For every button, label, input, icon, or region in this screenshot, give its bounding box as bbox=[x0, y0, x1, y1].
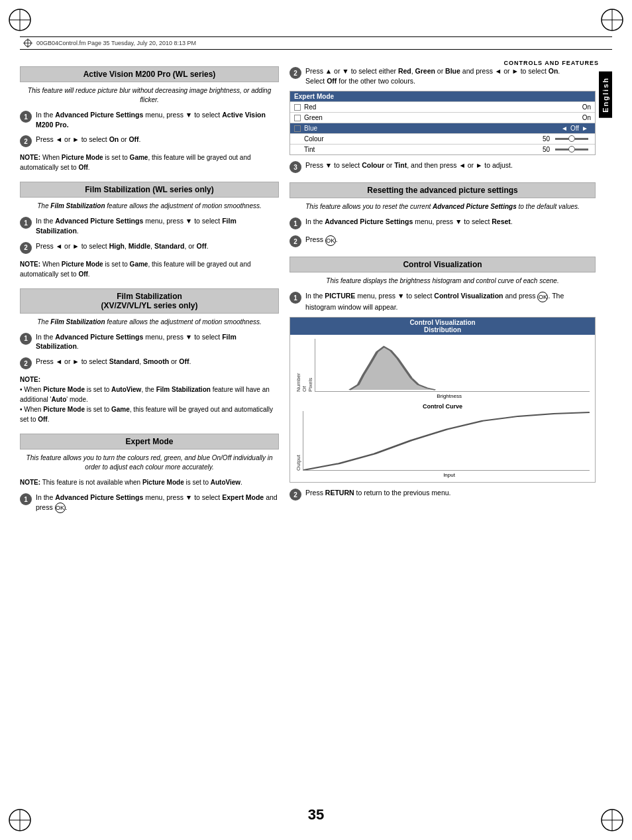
crosshair-icon bbox=[23, 38, 32, 48]
section-subtitle-film-stab-xv: The Film Stabilization feature allows th… bbox=[20, 318, 279, 327]
header-text: 00GB04Control.fm Page 35 Tuesday, July 2… bbox=[36, 40, 196, 46]
section-control-viz: Control Visualization This feature displ… bbox=[290, 257, 596, 501]
main-content: Active Vision M200 Pro (WL series) This … bbox=[20, 66, 596, 787]
expert-row-colour: Colour 50 bbox=[290, 133, 595, 144]
cv-x-label-input: Input bbox=[309, 472, 590, 478]
step-content-active-vision-1: In the Advanced Picture Settings menu, p… bbox=[36, 110, 279, 129]
expert-table-header: Expert Mode bbox=[290, 91, 595, 101]
step-content-cv-2: Press RETURN to return to the previous m… bbox=[305, 488, 596, 498]
section-title-active-vision: Active Vision M200 Pro (WL series) bbox=[20, 66, 279, 82]
cv-dist-chart: NumberOfPixels bbox=[295, 339, 590, 392]
controls-label: CONTROLS AND FEATURES bbox=[504, 60, 600, 66]
step-num-r1: 2 bbox=[290, 67, 301, 79]
step-num-5: 1 bbox=[20, 333, 32, 345]
section-title-expert-mode: Expert Mode bbox=[20, 434, 279, 450]
step-num-3: 1 bbox=[20, 217, 32, 229]
section-title-film-stab-wl: Film Stabilization (WL series only) bbox=[20, 182, 279, 198]
step-film-stab-wl-2: 2 Press ◄ or ► to select High, Middle, S… bbox=[20, 241, 279, 254]
expert-row-blue: Blue ◄ Off ► bbox=[290, 123, 595, 133]
step-reset-1: 1 In the Advanced Picture Settings menu,… bbox=[290, 217, 596, 229]
cv-curve-area bbox=[303, 411, 590, 471]
cv-histogram bbox=[315, 339, 590, 392]
step-num-1: 1 bbox=[20, 111, 32, 123]
expert-blue-value: Off bbox=[570, 125, 579, 132]
header-bar: 00GB04Control.fm Page 35 Tuesday, July 2… bbox=[20, 36, 612, 50]
step-num-r6: 2 bbox=[290, 489, 301, 501]
expert-colour-label: Colour bbox=[294, 135, 543, 143]
step-num-r3: 1 bbox=[290, 217, 301, 229]
cv-x-label-brightness: Brightness bbox=[309, 393, 590, 399]
step-content-expert-3: Press ▼ to select Colour or Tint, and th… bbox=[305, 160, 596, 170]
step-content-expert-mode-1: In the Advanced Picture Settings menu, p… bbox=[36, 493, 279, 513]
corner-decoration-tl bbox=[7, 7, 33, 33]
expert-green-value: On bbox=[582, 114, 591, 121]
step-content-film-stab-wl-1: In the Advanced Picture Settings menu, p… bbox=[36, 216, 279, 235]
section-title-control-viz: Control Visualization bbox=[290, 257, 596, 272]
section-title-reset: Resetting the advanced picture settings bbox=[290, 182, 596, 198]
section-active-vision: Active Vision M200 Pro (WL series) This … bbox=[20, 66, 279, 172]
left-column: Active Vision M200 Pro (WL series) This … bbox=[20, 66, 279, 787]
step-num-7: 1 bbox=[20, 493, 32, 505]
step-film-stab-xv-2: 2 Press ◄ or ► to select Standard, Smoot… bbox=[20, 357, 279, 369]
expert-tint-label: Tint bbox=[294, 146, 543, 153]
step-content-active-vision-2: Press ◄ or ► to select On or Off. bbox=[36, 135, 279, 145]
corner-decoration-tr bbox=[599, 7, 625, 33]
expert-colour-num: 50 bbox=[543, 135, 550, 143]
step-cv-1: 1 In the PICTURE menu, press ▼ to select… bbox=[290, 291, 596, 312]
section-subtitle-reset: This feature allows you to reset the cur… bbox=[290, 202, 596, 211]
section-title-film-stab-xv: Film Stabilization(XV/ZV/VL/YL series on… bbox=[20, 288, 279, 314]
cv-y-label-output: Output bbox=[295, 411, 301, 471]
language-sidebar: English bbox=[599, 72, 612, 118]
cv-y-label: NumberOfPixels bbox=[295, 339, 313, 392]
section-subtitle-control-viz: This feature displays the brightness his… bbox=[290, 276, 596, 286]
step-content-expert-2: Press ▲ or ▼ to select either Red, Green… bbox=[305, 66, 596, 86]
expert-row-green: Green On bbox=[290, 112, 595, 123]
step-num-2: 2 bbox=[20, 135, 32, 147]
step-content-reset-1: In the Advanced Picture Settings menu, p… bbox=[305, 217, 596, 227]
note-expert-mode: NOTE: This feature is not available when… bbox=[20, 477, 279, 487]
note-active-vision: NOTE: When Picture Mode is set to Game, … bbox=[20, 152, 279, 172]
expert-red-label: Red bbox=[304, 103, 582, 111]
corner-decoration-br bbox=[599, 807, 625, 833]
control-viz-chart: Control VisualizationDistribution Number… bbox=[290, 317, 596, 483]
expert-blue-arrow-left: ◄ bbox=[561, 125, 568, 132]
expert-tint-num: 50 bbox=[543, 146, 550, 153]
step-active-vision-2: 2 Press ◄ or ► to select On or Off. bbox=[20, 135, 279, 147]
cv-curve-chart: Output bbox=[295, 411, 590, 471]
step-active-vision-1: 1 In the Advanced Picture Settings menu,… bbox=[20, 110, 279, 129]
section-film-stab-wl: Film Stabilization (WL series only) The … bbox=[20, 182, 279, 278]
section-film-stab-xv: Film Stabilization(XV/ZV/VL/YL series on… bbox=[20, 288, 279, 424]
svg-marker-15 bbox=[350, 347, 590, 390]
note-film-stab-wl: NOTE: When Picture Mode is set to Game, … bbox=[20, 259, 279, 279]
step-expert-2: 2 Press ▲ or ▼ to select either Red, Gre… bbox=[290, 66, 596, 86]
step-content-film-stab-wl-2: Press ◄ or ► to select High, Middle, Sta… bbox=[36, 241, 279, 251]
expert-row-tint: Tint 50 bbox=[290, 144, 595, 154]
step-content-film-stab-xv-2: Press ◄ or ► to select Standard, Smooth … bbox=[36, 357, 279, 367]
step-content-cv-1: In the PICTURE menu, press ▼ to select C… bbox=[305, 291, 596, 312]
page-number: 35 bbox=[308, 806, 324, 823]
section-expert-mode: Expert Mode This feature allows you to t… bbox=[20, 434, 279, 513]
red-color-box bbox=[294, 104, 301, 111]
section-subtitle-active-vision: This feature will reduce picture blur wi… bbox=[20, 86, 279, 105]
step-num-r4: 2 bbox=[290, 235, 301, 247]
blue-color-box bbox=[294, 125, 301, 132]
step-content-film-stab-xv-1: In the Advanced Picture Settings menu, p… bbox=[36, 332, 279, 351]
cv-chart-body: NumberOfPixels Brightness Control C bbox=[290, 335, 595, 482]
section-subtitle-expert-mode: This feature allows you to turn the colo… bbox=[20, 453, 279, 472]
expert-tint-slider bbox=[555, 149, 588, 150]
step-num-6: 2 bbox=[20, 357, 32, 369]
step-num-r5: 1 bbox=[290, 292, 301, 304]
section-subtitle-film-stab-wl: The Film Stabilization feature allows th… bbox=[20, 202, 279, 211]
cv-curve-title: Control Curve bbox=[295, 403, 590, 410]
step-expert-mode-1: 1 In the Advanced Picture Settings menu,… bbox=[20, 493, 279, 513]
expert-blue-arrow-right: ► bbox=[582, 125, 588, 132]
section-reset: Resetting the advanced picture settings … bbox=[290, 182, 596, 247]
step-film-stab-xv-1: 1 In the Advanced Picture Settings menu,… bbox=[20, 332, 279, 351]
step-expert-3: 3 Press ▼ to select Colour or Tint, and … bbox=[290, 160, 596, 173]
corner-decoration-bl bbox=[7, 807, 33, 833]
step-num-r2: 3 bbox=[290, 161, 301, 173]
expert-blue-label: Blue bbox=[304, 125, 558, 132]
expert-red-value: On bbox=[582, 103, 591, 111]
expert-mode-step2-area: 2 Press ▲ or ▼ to select either Red, Gre… bbox=[290, 66, 596, 173]
step-film-stab-wl-1: 1 In the Advanced Picture Settings menu,… bbox=[20, 216, 279, 235]
